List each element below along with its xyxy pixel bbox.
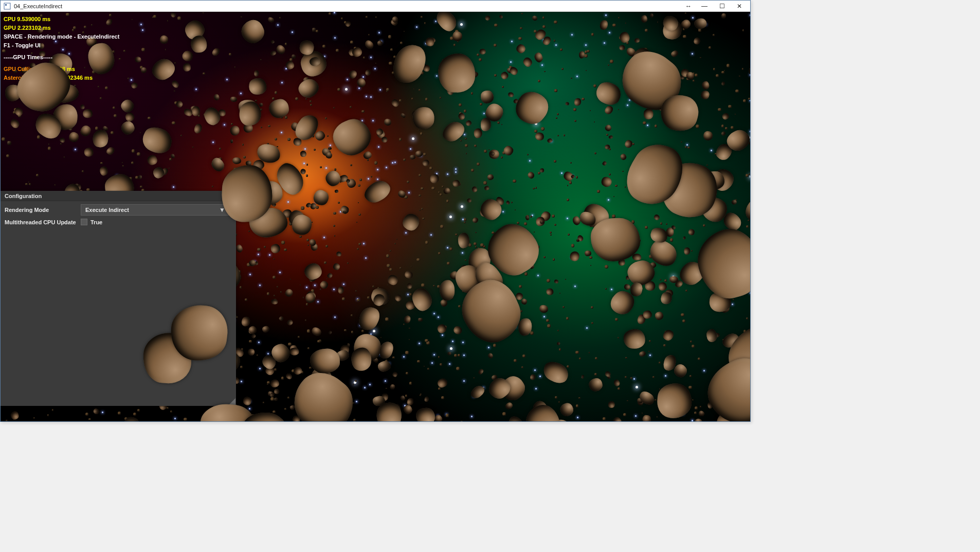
asteroid: [591, 33, 594, 36]
asteroid: [440, 97, 441, 98]
asteroid: [333, 225, 335, 227]
rendering-mode-dropdown[interactable]: Execute Indirect ▼: [81, 204, 229, 216]
asteroid: [85, 413, 88, 416]
asteroid: [546, 319, 549, 322]
star: [378, 32, 380, 33]
maximize-button[interactable]: ☐: [713, 3, 731, 10]
asteroid: [119, 58, 120, 60]
asteroid: [574, 120, 576, 122]
asteroid: [72, 29, 74, 31]
asteroid: [416, 258, 420, 262]
asteroid: [52, 409, 54, 411]
asteroid: [685, 290, 687, 292]
asteroid: [191, 35, 207, 52]
asteroid: [257, 248, 260, 251]
asteroid: [374, 161, 378, 165]
asteroid: [538, 80, 540, 82]
asteroid: [314, 149, 316, 151]
star: [317, 301, 319, 302]
asteroid: [421, 187, 424, 190]
asteroid: [280, 291, 282, 293]
asteroid: [627, 400, 628, 401]
asteroid: [322, 45, 325, 48]
asteroid: [2, 49, 5, 52]
asteroid: [420, 132, 423, 135]
asteroid: [98, 86, 99, 87]
asteroid: [249, 340, 252, 343]
asteroid: [610, 60, 613, 63]
svg-rect-1: [5, 4, 7, 6]
asteroid: [464, 222, 465, 223]
asteroid: [169, 158, 172, 161]
asteroid: [420, 394, 422, 395]
star: [586, 327, 588, 329]
asteroid: [372, 286, 374, 288]
asteroid: [433, 285, 435, 287]
asteroid: [300, 284, 301, 286]
asteroid: [567, 199, 569, 201]
star: [574, 286, 576, 287]
asteroid: [687, 147, 690, 149]
asteroid: [655, 399, 656, 401]
asteroid: [619, 45, 625, 50]
asteroid: [409, 339, 410, 340]
asteroid: [458, 233, 469, 248]
move-icon[interactable]: ↔: [681, 3, 696, 10]
asteroid: [212, 186, 213, 187]
minimize-button[interactable]: —: [696, 3, 713, 10]
asteroid: [605, 288, 607, 290]
asteroid: [2, 137, 5, 141]
star: [609, 32, 610, 33]
star: [529, 160, 531, 162]
asteroid: [573, 108, 576, 111]
asteroid: [137, 152, 140, 156]
star: [303, 163, 305, 164]
asteroid: [425, 339, 428, 342]
star: [585, 44, 587, 46]
asteroid: [553, 258, 555, 260]
close-button[interactable]: ✕: [731, 3, 748, 10]
asteroid: [386, 254, 389, 257]
asteroid: [446, 414, 449, 417]
asteroid: [612, 24, 616, 27]
asteroid: [591, 322, 593, 324]
asteroid: [260, 59, 262, 61]
asteroid: [438, 356, 440, 358]
asteroid: [520, 27, 522, 30]
star: [333, 289, 335, 290]
asteroid: [131, 162, 134, 164]
asteroid: [567, 365, 569, 368]
asteroid: [550, 234, 552, 236]
asteroid: [554, 160, 556, 162]
viewport[interactable]: CPU 9.539000 ms GPU 2.223102 ms SPACE - …: [1, 12, 750, 421]
asteroid: [582, 98, 584, 100]
asteroid: [590, 110, 591, 111]
star: [405, 232, 407, 234]
asteroid: [309, 367, 312, 369]
rendering-mode-row: Rendering Mode Execute Indirect ▼: [5, 204, 232, 216]
star: [292, 31, 293, 33]
asteroid: [275, 91, 277, 94]
asteroid: [587, 50, 590, 53]
asteroid: [541, 127, 545, 131]
asteroid: [351, 331, 354, 333]
star: [68, 53, 70, 55]
star: [732, 304, 733, 305]
star: [636, 386, 638, 388]
asteroid: [82, 109, 93, 118]
asteroid: [695, 74, 698, 77]
config-panel-header[interactable]: Configuration –: [1, 191, 236, 201]
asteroid: [409, 293, 412, 296]
asteroid: [388, 35, 392, 39]
multithreaded-checkbox[interactable]: [81, 219, 87, 225]
asteroid: [721, 124, 724, 128]
asteroid: [409, 328, 410, 329]
config-panel[interactable]: Configuration – Rendering Mode Execute I…: [1, 191, 236, 406]
asteroid: [7, 141, 11, 145]
rendering-mode-value: Execute Indirect: [85, 207, 129, 213]
multithreaded-checkbox-label: True: [90, 219, 102, 225]
asteroid: [347, 262, 348, 263]
asteroid: [595, 357, 597, 360]
star: [535, 388, 537, 389]
asteroid: [475, 232, 476, 233]
